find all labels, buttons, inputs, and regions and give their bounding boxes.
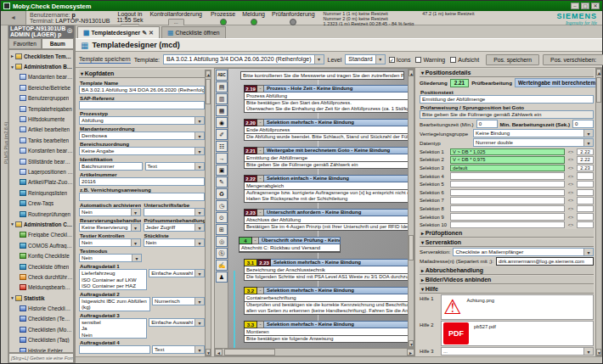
tree-expander-icon[interactable]: ▼ xyxy=(9,64,15,70)
field-select[interactable]: Jeder Zugriff▾ xyxy=(144,223,206,232)
clock-icon[interactable]: ◷ xyxy=(216,200,228,211)
tree-expander-icon[interactable]: ▼ xyxy=(9,295,15,300)
block-description[interactable]: Bitte bestätigen sie folgende Anweisung xyxy=(244,336,408,343)
min-bearbeitungszeit-input[interactable]: 0 xyxy=(572,120,594,128)
checklist-icon[interactable]: ☷ xyxy=(216,141,228,152)
chevron-down-icon[interactable]: ▾ xyxy=(194,132,204,139)
section-serveraktion[interactable]: Serveraktion xyxy=(420,238,594,247)
field-input[interactable]: Batchnummer xyxy=(79,162,143,171)
sidebar-tab-favoriten[interactable]: Favoriten xyxy=(8,38,42,48)
pos-move-button[interactable]: Pos. verschieben: xyxy=(543,54,603,65)
tree-item[interactable]: Artikel bearbeiten xyxy=(9,125,73,135)
camera-icon[interactable]: ◉ xyxy=(216,117,228,128)
collapse-block-icon[interactable]: - xyxy=(257,119,264,126)
auftragsdetail-input[interactable]: Istgewicht IBC zum Abfüllen (kg) xyxy=(79,297,150,311)
field-input[interactable] xyxy=(79,101,205,109)
tree-item[interactable]: Bereiche/Betriebe xyxy=(9,82,73,92)
chevron-down-icon[interactable]: ▾ xyxy=(194,148,204,154)
chevron-down-icon[interactable]: ▾ xyxy=(583,249,593,255)
field-select[interactable]: Keine Reservierung▾ xyxy=(79,223,141,232)
block-name[interactable]: Abschluss der Abfüllung xyxy=(244,216,408,224)
save-icon[interactable]: ✎ xyxy=(142,30,147,36)
collapse-block-icon[interactable]: - xyxy=(257,147,264,154)
flow-block-2-22[interactable]: 2.22-Selektion einfach - Keine BindungMe… xyxy=(244,175,408,203)
selektion-value[interactable] xyxy=(450,213,565,221)
tree-item[interactable]: Freigabe Checkliste xyxy=(9,230,73,240)
block-description[interactable]: Die Abfüllung wurde beendet. Bitte Schla… xyxy=(244,134,408,141)
signature-icon[interactable]: ✍ xyxy=(216,260,228,271)
chevron-down-icon[interactable]: ▾ xyxy=(194,163,204,170)
table-icon[interactable]: ⊞ xyxy=(216,224,228,235)
goto-icon[interactable]: → xyxy=(216,153,228,164)
scroll-down-icon[interactable]: ▼ xyxy=(409,340,414,347)
testmodus-select[interactable]: Nein▾ xyxy=(79,254,142,262)
auftragsdetail-type-select[interactable]: Einfache Auswahl▾ xyxy=(149,318,205,327)
tree-item[interactable]: Lagerpositionen bearbeiten xyxy=(9,166,73,176)
flow-block-3-2[interactable]: 3.2-Selektion mehrfach - Keine BindungCo… xyxy=(244,287,408,315)
scroll-down-icon[interactable]: ▼ xyxy=(206,349,211,356)
details-scrollbar[interactable]: ▲ ▼ xyxy=(595,68,602,356)
tree-item[interactable]: Check durchführen xyxy=(9,272,73,282)
chevron-down-icon[interactable]: ▾ xyxy=(131,224,140,231)
collapse-block-icon[interactable]: - xyxy=(257,209,264,216)
tree-item[interactable]: Checkliste öffnen xyxy=(9,261,73,272)
tree-item[interactable]: Crew-Tags xyxy=(9,198,73,208)
selektion-goto[interactable] xyxy=(577,197,594,204)
process-icon[interactable]: ▤ xyxy=(216,81,228,92)
selektion-value[interactable] xyxy=(450,189,565,197)
tree-item[interactable]: Templatefreigaben xyxy=(9,104,73,114)
selektion-value[interactable] xyxy=(450,181,565,188)
chevron-down-icon[interactable]: ▾ xyxy=(194,346,204,353)
flow-block-2-19[interactable]: 2.19-Prozess - Hole Zeit - Keine Bindung… xyxy=(244,85,408,113)
selektion-value[interactable] xyxy=(450,205,565,213)
collapse-block-icon[interactable]: - xyxy=(257,287,264,294)
tab-templatedesigner[interactable]: ▦Templatedesigner✎✕ xyxy=(77,26,160,38)
selektion-value[interactable]: default xyxy=(450,165,565,172)
chevron-down-icon[interactable]: ▾ xyxy=(131,209,140,216)
chevron-down-icon[interactable]: ▾ xyxy=(583,348,593,355)
selektion-goto[interactable] xyxy=(577,205,594,213)
sidebar-tab-baum[interactable]: Baum xyxy=(42,38,75,48)
tree-item[interactable]: Mandanten bearbeiten xyxy=(9,72,73,82)
checkbox-warning[interactable]: Warning xyxy=(415,57,445,63)
hilfe-file-box[interactable]: ⚠Achtung.png xyxy=(441,294,594,320)
selection-single-icon[interactable]: ▥ xyxy=(216,93,228,104)
field-input[interactable] xyxy=(79,193,205,201)
scroll-up-icon[interactable]: ▲ xyxy=(596,69,601,76)
canvas-scrollbar[interactable]: ▲ ▼ xyxy=(408,69,414,348)
selektion-goto[interactable] xyxy=(577,172,594,180)
scroll-up-icon[interactable]: ▲ xyxy=(409,70,414,76)
section-bilder-videos[interactable]: Bilder/Videos anbinden xyxy=(420,276,594,284)
chevron-down-icon[interactable]: ▾ xyxy=(194,209,204,216)
chevron-down-icon[interactable]: ▾ xyxy=(194,224,204,231)
field-input[interactable]: BA 3.02.1 Abfüllung 3/4 DOA 26.06.2020 (… xyxy=(79,86,205,94)
level-select[interactable]: Standard ▾ xyxy=(345,54,385,64)
block-name[interactable]: Bezeichnung der Anschlusstechnik xyxy=(244,266,408,274)
tree-folder[interactable]: ►Checklisten Template xyxy=(9,51,73,61)
auftragsdetail-input[interactable]: Lieferfahrzeug ISO Container auf LKW ISO… xyxy=(79,269,147,290)
scroll-down-icon[interactable]: ▼ xyxy=(596,349,601,356)
selektion-goto[interactable]: 2.23 xyxy=(577,165,594,172)
collapse-sidebar-button[interactable]: ◄ xyxy=(1,11,26,25)
gruppe-select[interactable]: Keine Bindung ▾ xyxy=(473,129,594,137)
checkbox-icon[interactable]: ✓ xyxy=(389,57,395,63)
block-description[interactable]: Auftragsmenge bzw. korrigierte Auftragsm… xyxy=(244,190,408,203)
section-pruefoptionen[interactable]: Prüfoptionen xyxy=(420,229,594,238)
template-select[interactable]: BA 3.02.1 Abfüllung 3/4 DOA 26.06.2020 (… xyxy=(163,54,324,64)
chevron-down-icon[interactable]: ▾ xyxy=(194,117,204,124)
auftragsdetail-input[interactable]: sensibel Ja Nein xyxy=(79,318,147,339)
collapse-block-icon[interactable]: - xyxy=(257,85,264,92)
chevron-down-icon[interactable]: ▾ xyxy=(131,239,140,246)
tree-item[interactable]: Benutzergruppen xyxy=(9,93,73,104)
field-input[interactable]: 20116 xyxy=(79,177,205,186)
selektion-value[interactable] xyxy=(450,197,565,204)
selektion-value[interactable] xyxy=(450,221,565,229)
tree-item[interactable]: Stillstände bearbeiten xyxy=(9,156,73,166)
collapse-block-icon[interactable]: - xyxy=(257,321,264,328)
chevron-down-icon[interactable]: ▾ xyxy=(583,139,593,146)
field-select[interactable]: Abfüllung▾ xyxy=(79,116,205,125)
tab-checkliste-ffnen[interactable]: ▦Checkliste öffnen xyxy=(161,26,226,38)
block-name[interactable]: Montieren xyxy=(244,328,408,336)
flow-canvas[interactable]: Bitte kontrollieren Sie die Messwerte un… xyxy=(228,69,408,348)
hilfe-file-box[interactable]: PDFpb527.pdf xyxy=(441,321,594,346)
